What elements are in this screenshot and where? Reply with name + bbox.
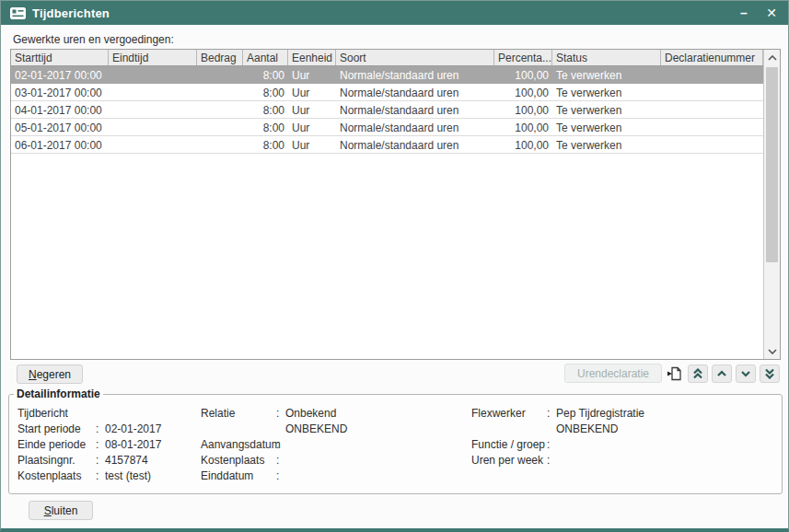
cell-starttijd: 05-01-2017 00:00 xyxy=(11,119,109,135)
scrollbar-thumb[interactable] xyxy=(766,67,778,262)
list-caption: Gewerkte uren en vergoedingen: xyxy=(13,33,174,46)
cell-eindtijd xyxy=(109,84,197,100)
cell-percentage: 100,00 xyxy=(494,136,552,153)
detail-legend: Detailinformatie xyxy=(14,387,103,400)
cell-aantal: 8:00 xyxy=(243,119,288,135)
cell-starttijd: 02-01-2017 00:00 xyxy=(11,66,109,83)
detail-value: Onbekend xyxy=(285,406,468,422)
detail-value: 4157874 xyxy=(105,453,200,468)
col-percentage[interactable]: Percenta... xyxy=(494,50,552,65)
cell-eenheid: Uur xyxy=(288,119,336,135)
col-starttijd[interactable]: Starttijd xyxy=(11,50,109,65)
next-row-button[interactable] xyxy=(736,364,756,383)
cell-soort: Normale/standaard uren xyxy=(336,66,494,83)
detail-value xyxy=(105,406,200,422)
cell-aantal: 8:00 xyxy=(243,101,288,118)
scrollbar-up-icon[interactable] xyxy=(764,50,780,65)
detail-label: Tijdbericht xyxy=(17,406,96,422)
cell-bedrag xyxy=(197,119,243,135)
cell-eenheid: Uur xyxy=(288,101,336,118)
detail-column-placement: Tijdbericht Start periode:02-01-2017 Ein… xyxy=(17,406,200,484)
cell-eindtijd xyxy=(109,119,197,135)
cell-eenheid: Uur xyxy=(288,84,336,100)
cell-percentage: 100,00 xyxy=(494,66,552,83)
table-header-row: Starttijd Eindtijd Bedrag Aantal Eenheid… xyxy=(11,50,763,66)
scroll-to-top-button[interactable] xyxy=(688,364,708,383)
detail-label: Aanvangsdatum xyxy=(201,437,276,453)
col-status[interactable]: Status xyxy=(552,50,661,65)
cell-eindtijd xyxy=(109,66,197,83)
cell-eindtijd xyxy=(109,136,197,153)
detail-label xyxy=(471,422,547,437)
worked-hours-table: Starttijd Eindtijd Bedrag Aantal Eenheid… xyxy=(10,49,781,360)
table-row[interactable]: 02-01-2017 00:00 8:00 Uur Normale/standa… xyxy=(11,66,763,84)
table-row[interactable]: 04-01-2017 00:00 8:00 Uur Normale/standa… xyxy=(11,101,763,119)
cell-starttijd: 04-01-2017 00:00 xyxy=(11,101,109,118)
detail-value: ONBEKEND xyxy=(556,422,775,437)
detail-value: test (test) xyxy=(105,468,200,484)
tijdberichten-window: Tijdberichten – ✕ Gewerkte uren en vergo… xyxy=(0,0,789,532)
detail-label xyxy=(201,422,276,437)
scrollbar-down-icon[interactable] xyxy=(764,343,780,359)
cell-percentage: 100,00 xyxy=(494,101,552,118)
detail-value xyxy=(285,437,468,453)
detail-value: ONBEKEND xyxy=(285,422,468,437)
detail-value: Pep Tijdregistratie xyxy=(556,406,775,422)
detail-label: Flexwerker xyxy=(471,406,547,422)
col-declaratienummer[interactable]: Declaratienummer xyxy=(661,50,763,65)
cell-status: Te verwerken xyxy=(552,119,661,135)
scroll-to-bottom-button[interactable] xyxy=(760,364,780,383)
table-row[interactable]: 03-01-2017 00:00 8:00 Uur Normale/standa… xyxy=(11,84,763,101)
cell-declaratienummer xyxy=(661,84,763,100)
timesheet-card-icon xyxy=(10,7,26,19)
row-navigation-actions: Urendeclaratie xyxy=(564,364,780,383)
col-aantal[interactable]: Aantal xyxy=(243,50,288,65)
cell-aantal: 8:00 xyxy=(243,84,288,100)
cell-soort: Normale/standaard uren xyxy=(336,136,494,153)
col-soort[interactable]: Soort xyxy=(336,50,494,65)
col-bedrag[interactable]: Bedrag xyxy=(197,50,243,65)
close-icon[interactable]: ✕ xyxy=(764,6,779,20)
negeren-button[interactable]: Negeren xyxy=(17,364,83,384)
table-row[interactable]: 05-01-2017 00:00 8:00 Uur Normale/standa… xyxy=(11,119,763,136)
previous-row-button[interactable] xyxy=(712,364,732,383)
cell-bedrag xyxy=(197,66,243,83)
cell-eenheid: Uur xyxy=(288,66,336,83)
cell-starttijd: 03-01-2017 00:00 xyxy=(11,84,109,100)
col-eenheid[interactable]: Eenheid xyxy=(288,50,336,65)
cell-aantal: 8:00 xyxy=(243,136,288,153)
detail-value: 08-01-2017 xyxy=(105,437,200,453)
cell-soort: Normale/standaard uren xyxy=(336,119,494,135)
detail-column-relatie: Relatie:Onbekend ONBEKEND Aanvangsdatum:… xyxy=(201,406,468,484)
window-title: Tijdberichten xyxy=(32,6,110,20)
detail-label: Plaatsingnr. xyxy=(17,453,96,468)
cell-status: Te verwerken xyxy=(552,66,661,83)
cell-soort: Normale/standaard uren xyxy=(336,84,494,100)
cell-aantal: 8:00 xyxy=(243,66,288,83)
detail-label: Uren per week xyxy=(471,453,547,468)
detail-column-flexwerker: Flexwerker:Pep Tijdregistratie ONBEKEND … xyxy=(471,406,775,468)
detail-value xyxy=(285,453,468,468)
cell-declaratienummer xyxy=(661,136,763,153)
cell-declaratienummer xyxy=(661,101,763,118)
detail-label: Einde periode xyxy=(17,437,96,453)
cell-status: Te verwerken xyxy=(552,101,661,118)
detail-value xyxy=(556,437,775,453)
cell-starttijd: 06-01-2017 00:00 xyxy=(11,136,109,153)
cell-percentage: 100,00 xyxy=(494,84,552,100)
detail-label: Einddatum xyxy=(201,468,276,484)
sluiten-button[interactable]: Sluiten xyxy=(29,501,93,520)
table-row[interactable]: 06-01-2017 00:00 8:00 Uur Normale/standa… xyxy=(11,136,763,154)
cell-soort: Normale/standaard uren xyxy=(336,101,494,118)
detail-label: Relatie xyxy=(201,406,276,422)
col-eindtijd[interactable]: Eindtijd xyxy=(109,50,197,65)
table-scrollbar[interactable] xyxy=(763,50,780,359)
detail-label: Kostenplaats xyxy=(17,468,96,484)
cell-eenheid: Uur xyxy=(288,136,336,153)
cell-bedrag xyxy=(197,84,243,100)
minimize-icon[interactable]: – xyxy=(737,6,751,20)
page-with-arrow-icon[interactable] xyxy=(666,364,684,383)
detail-label: Kostenplaats xyxy=(201,453,276,468)
urendeclaratie-button[interactable]: Urendeclaratie xyxy=(564,364,662,383)
cell-bedrag xyxy=(197,101,243,118)
